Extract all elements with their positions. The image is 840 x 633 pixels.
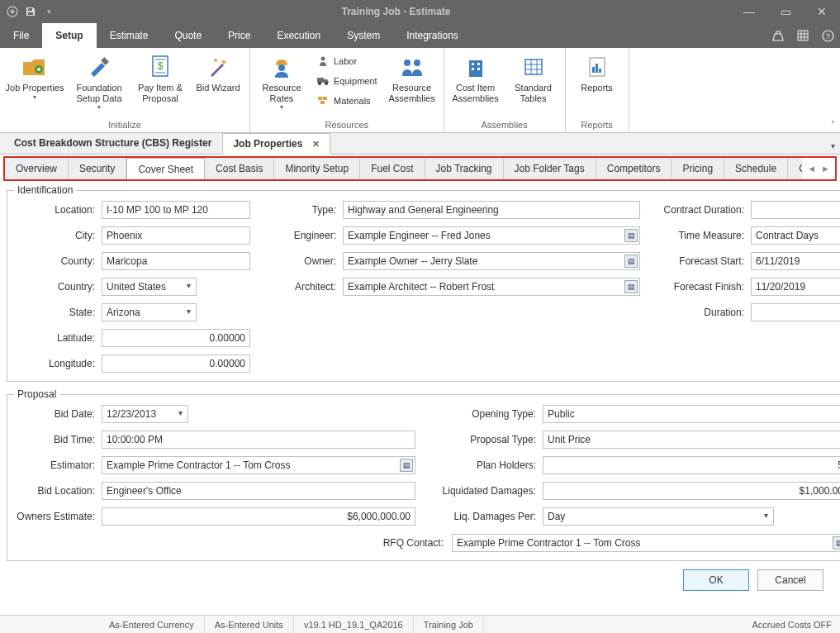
lookup-icon[interactable]: ▤	[624, 229, 638, 242]
city-input[interactable]: Phoenix	[102, 226, 250, 245]
status-units[interactable]: As-Entered Units	[205, 616, 294, 633]
menu-estimate[interactable]: Estimate	[97, 23, 162, 48]
minimize-button[interactable]: —	[731, 0, 767, 23]
menu-quote[interactable]: Quote	[161, 23, 215, 48]
bid-date-input[interactable]: 12/23/2013	[102, 405, 188, 423]
forecast-start-input[interactable]: 6/11/2019	[751, 252, 840, 270]
time-measure-select[interactable]: Contract Days	[751, 226, 840, 245]
resource-rates-button[interactable]: Resource Rates ▾	[255, 50, 308, 111]
bid-time-input[interactable]: 10:00:00 PM	[102, 431, 415, 449]
foundation-setup-button[interactable]: Foundation Setup Data ▾	[69, 50, 129, 111]
cancel-button[interactable]: Cancel	[757, 569, 823, 591]
owner-input[interactable]: Example Owner -- Jerry Slate▤	[343, 252, 640, 270]
doctab-job-properties[interactable]: Job Properties ✕	[222, 133, 330, 155]
menu-execution[interactable]: Execution	[263, 23, 334, 48]
status-version: v19.1 HD_19.1_QA2016	[294, 616, 414, 633]
liq-damages-per-select[interactable]: Day	[543, 507, 774, 526]
state-select[interactable]: Arizona	[102, 303, 197, 321]
jobtab-cover-sheet[interactable]: Cover Sheet	[126, 158, 205, 179]
window-titlebar: ▾ Training Job - Estimate — ▭ ✕	[0, 0, 840, 23]
jobtab-fuel-cost[interactable]: Fuel Cost	[360, 158, 425, 179]
ribbon-collapse-button[interactable]: ˄	[831, 120, 835, 129]
opening-type-input[interactable]: Public	[543, 405, 840, 423]
labor-button[interactable]: Labor	[313, 52, 381, 70]
equipment-label: Equipment	[334, 76, 377, 86]
engineer-input[interactable]: Example Engineer -- Fred Jones▤	[343, 226, 640, 245]
menu-setup[interactable]: Setup	[42, 23, 96, 48]
resource-rates-label: Resource Rates	[262, 83, 301, 103]
jobtab-overview[interactable]: Overview	[5, 158, 69, 179]
reports-button[interactable]: Reports	[571, 50, 624, 93]
country-select[interactable]: United States	[102, 278, 197, 296]
job-properties-button[interactable]: Job Properties ▾	[5, 50, 64, 101]
architect-input[interactable]: Example Architect -- Robert Frost▤	[343, 278, 640, 296]
ribbon-toolbar: Job Properties ▾ Foundation Setup Data ▾…	[0, 48, 840, 133]
longitude-input[interactable]: 0.00000	[102, 355, 250, 373]
jobtab-security[interactable]: Security	[69, 158, 126, 179]
cost-item-assemblies-button[interactable]: Cost Item Assemblies	[449, 50, 502, 103]
grid-view-icon[interactable]	[790, 23, 815, 48]
latitude-input[interactable]: 0.00000	[102, 329, 250, 347]
menu-price[interactable]: Price	[215, 23, 263, 48]
doctab-cbs-register[interactable]: Cost Breakdown Structure (CBS) Register	[3, 132, 222, 154]
estimator-value: Example Prime Contractor 1 -- Tom Cross	[107, 459, 291, 471]
estimator-input[interactable]: Example Prime Contractor 1 -- Tom Cross▤	[102, 456, 415, 474]
latitude-label: Latitude:	[14, 332, 95, 344]
jobtab-schedule[interactable]: Schedule	[724, 158, 788, 179]
equipment-button[interactable]: Equipment	[313, 72, 381, 90]
jobtab-minority-setup[interactable]: Minority Setup	[274, 158, 360, 179]
jobtab-competitors[interactable]: Competitors	[596, 158, 672, 179]
doctab-dropdown-icon[interactable]: ▾	[825, 141, 840, 154]
type-label: Type:	[263, 204, 336, 216]
status-currency[interactable]: As-Entered Currency	[99, 616, 205, 633]
jobtab-job-tracking[interactable]: Job Tracking	[425, 158, 504, 179]
proposal-type-input[interactable]: Unit Price	[543, 431, 840, 449]
close-button[interactable]: ✕	[804, 0, 840, 23]
materials-button[interactable]: Materials	[313, 92, 381, 110]
save-icon[interactable]	[23, 4, 38, 19]
tab-scroll-right-icon[interactable]: ►	[821, 164, 830, 174]
liq-damages-per-label: Liq. Damages Per:	[429, 511, 536, 522]
svg-rect-22	[318, 97, 322, 100]
lookup-icon[interactable]: ▤	[624, 255, 638, 268]
status-accrued[interactable]: Accrued Costs OFF	[743, 620, 840, 630]
menu-system[interactable]: System	[334, 23, 393, 48]
organization-icon[interactable]	[766, 23, 790, 48]
jobtab-pricing[interactable]: Pricing	[672, 158, 724, 179]
bid-location-input[interactable]: Engineer's Office	[102, 482, 415, 500]
state-label: State:	[14, 307, 95, 318]
tab-scroll-left-icon[interactable]: ◄	[807, 164, 816, 174]
menu-file[interactable]: File	[0, 23, 42, 48]
menu-integrations[interactable]: Integrations	[393, 23, 472, 48]
plan-holders-input[interactable]: 5	[543, 456, 840, 474]
type-input[interactable]: Highway and General Engineering	[343, 201, 640, 219]
ok-button[interactable]: OK	[683, 569, 749, 591]
jobtab-job-folder-tags[interactable]: Job Folder Tags	[504, 158, 596, 179]
qat-dropdown-icon[interactable]: ▾	[41, 4, 56, 19]
contract-duration-input[interactable]: 160	[751, 201, 840, 219]
owners-estimate-input[interactable]: $6,000,000.00	[102, 507, 415, 526]
forecast-finish-input[interactable]: 11/20/2019	[751, 278, 840, 296]
lookup-icon[interactable]: ▤	[833, 536, 840, 550]
lookup-icon[interactable]: ▤	[400, 459, 413, 472]
resource-assemblies-button[interactable]: Resource Assemblies	[386, 50, 439, 103]
bid-wizard-button[interactable]: Bid Wizard	[192, 50, 244, 93]
jobtab-cost-basis[interactable]: Cost Basis	[205, 158, 274, 179]
pay-item-proposal-button[interactable]: $ Pay Item & Proposal	[134, 50, 187, 103]
svg-point-20	[318, 82, 321, 85]
liq-damages-input[interactable]: $1,000.00	[543, 482, 840, 500]
ribbon-group-assemblies: Cost Item Assemblies Standard Tables Ass…	[444, 48, 566, 132]
maximize-button[interactable]: ▭	[767, 0, 804, 23]
plan-holders-label: Plan Holders:	[429, 459, 536, 471]
lookup-icon[interactable]: ▤	[624, 280, 638, 293]
people-group-icon	[399, 54, 425, 80]
location-input[interactable]: I-10 MP 100 to MP 120	[102, 201, 250, 219]
standard-tables-button[interactable]: Standard Tables	[507, 50, 560, 103]
jobtab-cash-flow[interactable]: Cash Flow	[788, 158, 802, 179]
help-icon[interactable]: ?	[815, 23, 840, 48]
duration-input[interactable]: 162	[751, 303, 840, 321]
county-input[interactable]: Maricopa	[102, 252, 250, 270]
svg-rect-23	[323, 97, 327, 100]
rfq-contact-input[interactable]: Example Prime Contractor 1 -- Tom Cross▤	[452, 534, 840, 552]
close-icon[interactable]: ✕	[312, 139, 320, 149]
